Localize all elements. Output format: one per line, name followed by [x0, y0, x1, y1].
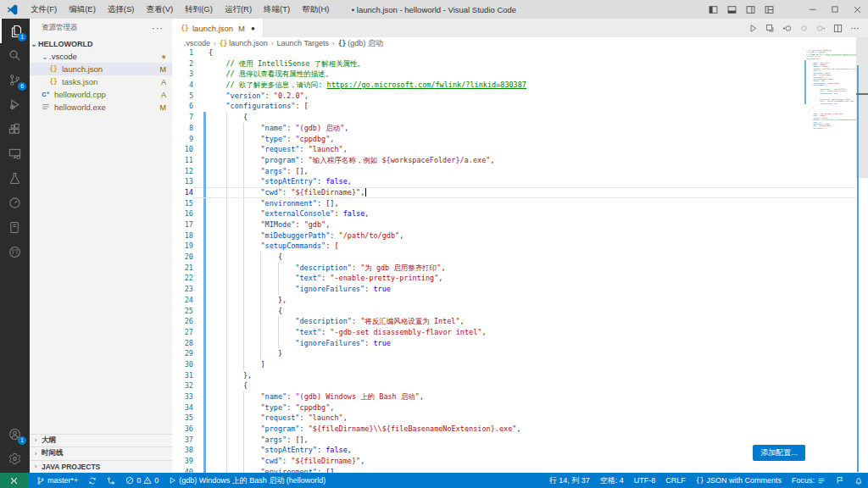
code-line: 35 "request": "launch", [172, 413, 868, 424]
breadcrumb-item[interactable]: Launch Targets [277, 39, 329, 47]
status-sync-changes[interactable] [83, 473, 102, 488]
line-number: 18 [172, 230, 193, 241]
status-source-control-action[interactable] [102, 473, 120, 488]
activity-github[interactable] [0, 240, 30, 264]
status-cursor-position[interactable]: 行 14, 列 37 [544, 473, 595, 488]
status-focus-extension[interactable]: Focus: [787, 473, 831, 488]
previous-change-icon[interactable] [782, 24, 792, 33]
minimize-icon[interactable] [802, 0, 824, 19]
status-indentation[interactable]: 空格: 4 [595, 473, 629, 488]
code-line: 12 "args": [], [172, 166, 868, 177]
breadcrumb-separator: › [332, 40, 335, 47]
code-line: 18 "miDebuggerPath": "/path/to/gdb", [172, 230, 868, 241]
status-notifications[interactable] [849, 473, 868, 488]
activity-accounts[interactable]: 1 [0, 422, 30, 446]
chevron-right-icon: › [30, 463, 42, 470]
toggle-secondary-sidebar-icon[interactable] [741, 0, 760, 19]
minimap[interactable]: { // 使用 IntelliSense 了解相关属性。 // 悬停以查看现有属… [803, 47, 857, 473]
sidebar-section[interactable]: ›JAVA PROJECTS [30, 460, 172, 474]
status-feedback[interactable] [831, 473, 849, 488]
status-git-branch[interactable]: master*+ [31, 473, 83, 488]
line-number: 31 [172, 370, 193, 381]
code-line: 17 "MIMode": "gdb", [172, 219, 868, 230]
activity-live-preview[interactable] [0, 191, 30, 215]
split-editor-icon[interactable] [833, 24, 843, 33]
tree-item-.vscode[interactable]: ⌄.vscode● [30, 50, 172, 63]
line-number: 40 [172, 467, 193, 473]
tab-bar: {} launch.json M ● [172, 19, 868, 37]
sidebar-section[interactable]: ›时间线 [30, 446, 172, 460]
menu-item[interactable]: 编辑(E) [63, 4, 102, 14]
menu-item[interactable]: 帮助(H) [296, 4, 335, 14]
activity-explorer[interactable]: 1 [0, 19, 30, 43]
activity-testing[interactable] [0, 166, 30, 191]
json-file-icon: {} [48, 65, 58, 73]
toggle-sidebar-icon[interactable] [704, 0, 722, 19]
more-actions-icon[interactable]: ··· [152, 23, 164, 33]
breadcrumb-item[interactable]: {}launch.json [220, 39, 268, 47]
status-encoding[interactable]: UTF-8 [629, 473, 661, 488]
tab-launch-json[interactable]: {} launch.json M ● [172, 19, 264, 37]
tree-item-helloworld.exe[interactable]: helloworld.exeM [30, 101, 172, 114]
activity-source-control[interactable]: 6 [0, 68, 30, 92]
remote-indicator[interactable] [0, 473, 28, 488]
close-icon[interactable] [846, 0, 868, 19]
tree-item-helloworld.cpp[interactable]: C⁺helloworld.cppA [30, 88, 172, 101]
status-debug-target[interactable]: (gdb) Windows 上的 Bash 启动 (helloworld) [164, 473, 331, 488]
sidebar-section[interactable]: ›大纲 [30, 434, 172, 447]
code-line: 29 } [172, 348, 868, 359]
maximize-icon[interactable] [824, 0, 846, 19]
line-number: 32 [172, 380, 193, 391]
symbol-object-icon: {} [338, 40, 347, 47]
menu-item[interactable]: 终端(T) [258, 4, 296, 14]
tree-item-tasks.json[interactable]: {}tasks.jsonA [30, 75, 172, 88]
line-number: 22 [172, 273, 193, 284]
overview-ruler[interactable] [856, 37, 868, 473]
code-editor[interactable]: 1{2 // 使用 IntelliSense 了解相关属性。3 // 悬停以查看… [172, 47, 868, 473]
menu-item[interactable]: 文件(F) [25, 4, 63, 14]
open-changes-icon[interactable] [765, 24, 775, 33]
status-problems[interactable]: 00 [120, 473, 164, 488]
line-number: 33 [172, 391, 193, 402]
breadcrumb-item[interactable]: .vscode [184, 39, 210, 47]
more-actions-icon[interactable] [850, 24, 860, 33]
status-language-mode[interactable]: {﻿}JSON with Comments [691, 473, 787, 488]
add-configuration-button[interactable]: 添加配置... [753, 445, 805, 461]
code-line: 28 "ignoreFailures": true [172, 338, 868, 349]
line-number: 3 [172, 69, 193, 80]
tree-root[interactable]: ⌄HELLOWORLD [30, 37, 172, 50]
menu-item[interactable]: 转到(G) [179, 4, 219, 14]
code-line: 25 { [172, 306, 868, 317]
line-number: 21 [172, 263, 193, 274]
circle-icon[interactable] [799, 24, 809, 33]
tree-item-launch.json[interactable]: {}launch.jsonM [30, 63, 172, 75]
activity-settings[interactable] [0, 446, 30, 471]
toggle-panel-icon[interactable] [722, 0, 741, 19]
activity-remote-explorer[interactable] [0, 141, 30, 166]
code-line: 33 "name": "(gdb) Windows 上的 Bash 启动", [172, 391, 868, 402]
run-icon[interactable] [748, 24, 758, 33]
file-label: helloworld.exe [54, 103, 106, 112]
breadcrumb-separator: › [214, 40, 216, 47]
menu-item[interactable]: 查看(V) [140, 4, 179, 14]
line-number: 30 [172, 359, 193, 370]
activity-notebook[interactable] [0, 215, 30, 240]
code-line: 3 // 悬停以查看现有属性的描述。 [172, 69, 868, 80]
tab-dirty-indicator[interactable]: ● [251, 25, 255, 32]
line-number: 37 [172, 435, 193, 446]
badge: 1 [18, 436, 26, 445]
activity-extensions[interactable] [0, 117, 30, 141]
line-number: 8 [172, 123, 193, 134]
line-number: 11 [172, 155, 193, 166]
customize-layout-icon[interactable] [760, 0, 778, 19]
code-line: 9 "type": "cppdbg", [172, 134, 868, 145]
menu-item[interactable]: 运行(R) [219, 4, 258, 14]
next-change-icon[interactable] [816, 24, 826, 33]
menu-item[interactable]: 选择(S) [102, 4, 141, 14]
code-line: 6 "configurations": [ [172, 101, 868, 112]
activity-run-and-debug[interactable] [0, 92, 30, 117]
line-number: 20 [172, 252, 193, 263]
code-line: 4 // 欲了解更多信息，请访问: https://go.microsoft.c… [172, 80, 868, 91]
status-eol-sequence[interactable]: CRLF [660, 473, 691, 488]
activity-search[interactable] [0, 43, 30, 68]
